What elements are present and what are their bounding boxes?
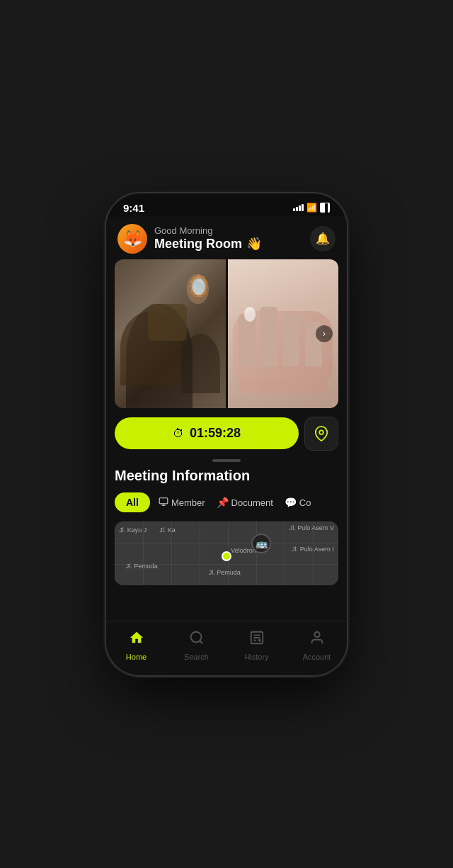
tab-all[interactable]: All xyxy=(115,492,150,512)
main-content: 🦊 Good Morning Meeting Room 👋 🔔 xyxy=(106,217,347,621)
section-title: Meeting Information xyxy=(115,468,338,484)
account-icon xyxy=(309,630,325,650)
notch xyxy=(184,193,269,213)
status-time: 9:41 xyxy=(123,202,144,214)
svg-point-2 xyxy=(190,631,201,642)
map-label-kayu-1: Jl. Kayu J xyxy=(119,526,147,534)
map-pin-current xyxy=(222,551,231,561)
map-label-pulo-asem-i: Jl. Pulo Asem I xyxy=(292,546,334,553)
filter-tabs: All Member 📌 Document 💬 Co xyxy=(115,492,338,513)
gallery-next-button[interactable]: › xyxy=(316,325,333,342)
map-label-pemuda-2: Jl. Pemuda xyxy=(209,569,241,576)
map-label-pulo-asem-v: Jl. Pulo Asem V xyxy=(289,524,334,531)
map-label-kayu-2: Jl. Ka xyxy=(159,526,176,534)
comment-icon: 💬 xyxy=(285,497,297,508)
nav-home[interactable]: Home xyxy=(106,627,166,664)
greeting-text: Good Morning xyxy=(154,225,310,236)
nav-account[interactable]: Account xyxy=(287,627,347,664)
room-name: Meeting Room 👋 xyxy=(154,236,310,252)
svg-line-3 xyxy=(200,641,202,643)
drag-handle-bar xyxy=(212,459,241,462)
history-icon xyxy=(249,630,265,650)
svg-point-8 xyxy=(258,638,260,641)
notification-bell-button[interactable]: 🔔 xyxy=(310,226,336,252)
map-container[interactable]: Jl. Kayu J Jl. Ka Jl. Pemuda Jl. Pemuda … xyxy=(115,522,338,585)
location-button[interactable] xyxy=(304,417,338,451)
status-icons: 📶 ▐ xyxy=(293,203,330,213)
nav-home-label: Home xyxy=(126,653,147,661)
gallery-image-left[interactable] xyxy=(115,259,226,408)
timer-icon: ⏱ xyxy=(173,427,184,440)
nav-search-label: Search xyxy=(184,653,209,661)
meeting-info-section: Meeting Information All Member 📌 Documen… xyxy=(106,468,347,585)
battery-icon: ▐ xyxy=(320,203,330,213)
nav-search[interactable]: Search xyxy=(166,627,226,664)
image-gallery: › xyxy=(115,259,338,408)
tab-document[interactable]: 📌 Document xyxy=(214,492,276,512)
tab-member[interactable]: Member xyxy=(156,492,208,513)
map-label-pemuda-1: Jl. Pemuda xyxy=(126,563,158,570)
svg-rect-1 xyxy=(159,497,168,503)
location-icon xyxy=(314,426,329,441)
document-icon: 📌 xyxy=(217,497,229,508)
signal-icon xyxy=(293,204,304,211)
avatar[interactable]: 🦊 xyxy=(117,224,147,254)
header: 🦊 Good Morning Meeting Room 👋 🔔 xyxy=(106,217,347,259)
nav-history[interactable]: History xyxy=(226,627,287,664)
timer-value: 01:59:28 xyxy=(190,426,241,441)
search-icon xyxy=(189,630,205,650)
header-text: Good Morning Meeting Room 👋 xyxy=(154,225,310,252)
tab-comment[interactable]: 💬 Co xyxy=(282,492,314,512)
timer-row: ⏱ 01:59:28 xyxy=(106,408,347,456)
nav-account-label: Account xyxy=(303,653,331,661)
phone-frame: 9:41 📶 ▐ 🦊 Good Morning Meeting Room 👋 xyxy=(106,193,347,675)
svg-point-9 xyxy=(314,631,319,636)
map-pin-bus: 🚌 xyxy=(251,534,271,553)
wifi-icon: 📶 xyxy=(306,203,317,213)
nav-history-label: History xyxy=(244,653,268,661)
home-icon xyxy=(129,630,144,650)
bottom-nav: Home Search History Account xyxy=(106,621,347,675)
map-visual: Jl. Kayu J Jl. Ka Jl. Pemuda Jl. Pemuda … xyxy=(115,522,338,585)
drag-handle[interactable] xyxy=(106,456,347,468)
svg-point-0 xyxy=(319,430,323,434)
member-icon xyxy=(159,497,168,509)
timer-button[interactable]: ⏱ 01:59:28 xyxy=(115,417,299,449)
